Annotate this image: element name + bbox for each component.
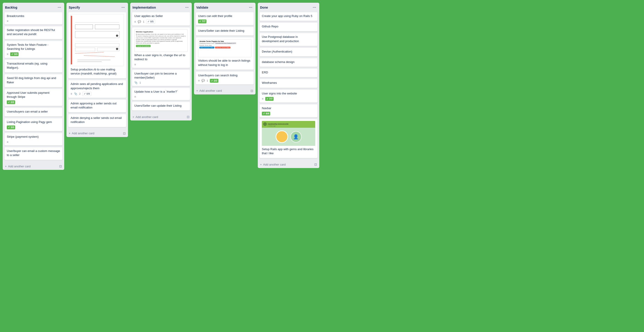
description-icon: ≡ [134,20,136,23]
card[interactable]: Breadcrumbs≡ [4,12,62,25]
checklist-badge: ✓ 3/3 [10,52,18,56]
card[interactable]: Transactional emails (eg. using Mailgun)… [4,60,62,72]
card-title: Github Repo [262,25,315,29]
column-menu-btn-done[interactable]: ··· [312,5,317,10]
cards-container-implementation: User applies as Seller≡💬1✓ 0/5 Member Ap… [130,11,192,113]
column-header-specify: Specify··· [66,3,128,11]
card[interactable]: Devise (Authentication) [260,48,318,56]
cards-container-specify: Setup production.rb to use mailing servi… [66,11,128,130]
card-title: Navbar [262,106,315,110]
card-title: User applies as Seller [134,14,188,18]
column-menu-btn-validate[interactable]: ··· [248,5,253,10]
card-title: Setup Rails app with gems and libraries … [262,147,315,155]
add-card-left: +Add another card [69,132,122,135]
comment-icon: 💬 [202,79,205,82]
card[interactable]: System Tests for Main Feature - Searchin… [4,41,62,58]
column-title-done: Done [260,6,268,9]
card-title: Use Postgresql database in development a… [262,35,315,43]
card[interactable]: Users/Seller can update their Listing [132,102,190,110]
card-meta: 📎1 [134,81,188,84]
card[interactable]: Admin sees all pending applications and … [68,80,126,98]
card-title: ERD [262,70,315,75]
card[interactable]: Use Postgresql database in development a… [260,33,318,46]
card-title: Users/buyers can email a seller [7,110,60,114]
card[interactable]: User/buyers can search listing≡💬1✓ 2/2 [196,72,254,84]
avatar-name: maryheartlyn.terencecordie [268,123,288,125]
card-title: Transactional emails (eg. using Mailgun)… [7,62,60,70]
add-card-label: Add another card [72,132,94,135]
attachment-count: 1 [140,81,141,84]
card[interactable]: User applies as Seller≡💬1✓ 0/5 [132,12,190,26]
description-icon: ≡ [7,20,8,23]
checklist-badge: ✓ 7/7 [265,97,274,101]
card[interactable]: Update how a User is a `#seller?`≡ [132,88,190,100]
card-meta: ✓ 2/2 [7,100,60,104]
add-card-left: +Add another card [260,163,313,166]
add-card-btn-done[interactable]: +Add another card⊡ [258,161,319,168]
archive-icon[interactable]: ⊡ [123,132,126,135]
checklist-badge: ✓ 4/4 [262,112,270,115]
card-title: User/buyer can join to become a member(S… [134,72,188,80]
kanban-board: Backlog···Breadcrumbs≡Seller registratio… [0,0,644,173]
card[interactable]: Admin approving a seller sends out email… [68,100,126,112]
add-card-label: Add another card [200,89,222,92]
comment-count: 1 [207,79,208,82]
card-title: Breadcrumbs [7,14,60,18]
archive-icon[interactable]: ⊡ [187,115,190,119]
card[interactable]: User/buyer can join to become a member(S… [132,70,190,86]
card-meta: ≡📎2✓ 0/9 [70,92,124,96]
column-menu-btn-implementation[interactable]: ··· [184,5,190,10]
card[interactable]: Listing Pagination using Pagy gem✓ 3/3 [4,118,62,131]
card[interactable]: Member Application By becoming a member … [132,27,190,68]
card[interactable]: Seed 50 dog listings from dog api and ff… [4,74,62,87]
cards-container-validate: Users can edit their profile✓ 7/7Users/S… [194,11,256,87]
add-card-btn-validate[interactable]: +Add another card⊡ [194,87,256,94]
card[interactable]: User signs into the website≡✓ 7/7 [260,90,318,103]
card[interactable]: Seller registration should be RESTful an… [4,26,62,39]
avatar-time: 1 minute ago [268,125,288,127]
card[interactable]: Admin denying a seller sends out email n… [68,114,126,127]
card[interactable]: Github Repo [260,23,318,31]
column-header-backlog: Backlog··· [3,3,64,11]
card-sketch-image [70,14,124,66]
card[interactable]: Approved User submits payment through St… [4,89,62,106]
archive-icon[interactable]: ⊡ [314,162,317,166]
card[interactable]: Users/buyers can email a seller [4,108,62,116]
card[interactable]: maryheartlyn.terencecordie 1 minute ago … [260,119,318,158]
add-card-btn-specify[interactable]: +Add another card⊡ [66,130,128,137]
column-menu-btn-specify[interactable]: ··· [120,5,126,10]
card-meta: ≡💬1✓ 0/5 [134,20,188,24]
card-title: Admin approving a seller sends out email… [70,101,124,110]
add-card-btn-implementation[interactable]: +Add another card⊡ [130,113,192,120]
card[interactable]: Create your app using Ruby on Rails 5 [260,12,318,21]
column-backlog: Backlog···Breadcrumbs≡Seller registratio… [3,3,64,170]
add-card-btn-backlog[interactable]: +Add another card⊡ [3,162,64,170]
card[interactable]: Wireframes [260,79,318,88]
card-meta: ≡✓ 7/7 [262,97,315,101]
card[interactable]: Users can edit their profile✓ 7/7 [196,12,254,25]
card-title: Seller registration should be RESTful an… [7,28,60,36]
card-title: Admin denying a seller sends out email n… [70,116,124,124]
card-title: Users/Seller can update their Listing [134,104,188,108]
svg-point-12 [116,35,118,37]
svg-rect-1 [71,16,72,65]
card-title: Visitors should be able to search listin… [198,59,252,67]
card[interactable]: Navbar✓ 4/4 [260,104,318,117]
add-card-label: Add another card [263,163,286,166]
plus-icon: + [132,115,134,119]
card-title: Wireframes [262,81,315,85]
archive-icon[interactable]: ⊡ [59,164,62,168]
card-title: database schema design [262,60,315,64]
card[interactable]: Setup production.rb to use mailing servi… [68,12,126,78]
card[interactable]: User/buyer can email a custom message to… [4,147,62,160]
card[interactable]: Users/Seller can delete their Listing [196,27,254,36]
card[interactable]: Airedale Terrier Puppies for Sale Displa… [196,37,254,70]
card[interactable]: database schema design [260,58,318,67]
archive-icon[interactable]: ⊡ [250,89,253,93]
cards-container-done: Create your app using Ruby on Rails 5Git… [258,11,319,161]
card-title: User/buyer can email a custom message to… [7,149,60,157]
card[interactable]: ERD [260,69,318,77]
card[interactable]: Stripe (payment system)≡ [4,133,62,145]
card-meta: ≡✓ 3/3 [7,52,60,56]
column-menu-btn-backlog[interactable]: ··· [57,5,62,10]
